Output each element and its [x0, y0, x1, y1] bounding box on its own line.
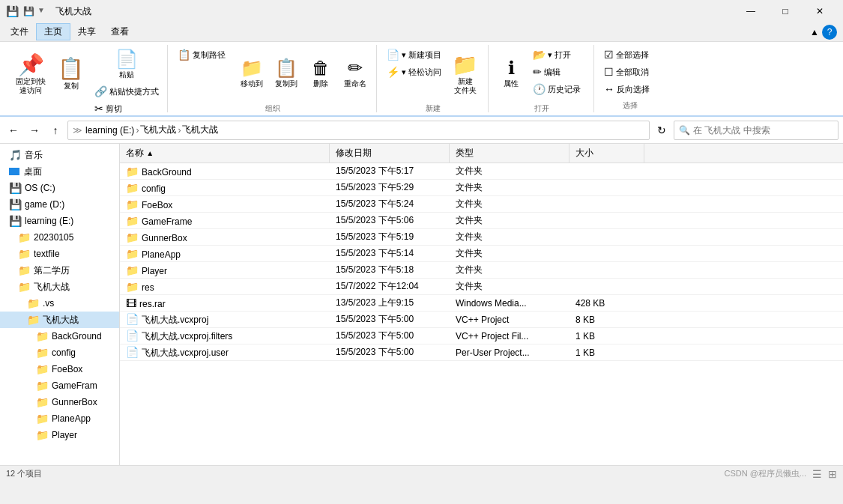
sidebar-item-second-exp[interactable]: 📁 第二学历	[0, 262, 119, 279]
paste-button[interactable]: 📄 粘贴	[91, 46, 163, 82]
column-date[interactable]: 修改日期	[330, 144, 450, 163]
help-button[interactable]: ?	[822, 25, 837, 40]
table-row[interactable]: 📁GameFrame 15/5/2023 下午5:06 文件夹	[120, 213, 843, 229]
table-row[interactable]: 🎞res.rar 13/5/2023 上午9:15 Windows Media.…	[120, 295, 843, 312]
paste-shortcut-button[interactable]: 🔗 粘贴快捷方式	[91, 83, 163, 100]
open-icon: 📂	[533, 49, 546, 61]
copy-to-button[interactable]: 📋 复制到	[270, 46, 303, 100]
folder-plane-icon: 📁	[18, 281, 31, 293]
folder-second-icon: 📁	[18, 264, 31, 276]
sidebar-item-music[interactable]: 🎵 音乐	[0, 147, 119, 163]
paste-icon: 📄	[115, 49, 138, 70]
easy-access-button[interactable]: ⚡ ▾ 轻松访问	[383, 64, 445, 80]
edit-button[interactable]: ✏ 编辑	[529, 64, 589, 80]
column-name[interactable]: 名称 ▲	[120, 144, 330, 163]
table-row[interactable]: 📁GunnerBox 15/5/2023 下午5:19 文件夹	[120, 229, 843, 246]
menu-home[interactable]: 主页	[36, 23, 70, 40]
ribbon-collapse-icon[interactable]: ▲	[810, 27, 819, 37]
menu-view[interactable]: 查看	[103, 24, 136, 40]
open-button[interactable]: 📂 ▾ 打开	[529, 46, 589, 63]
path-part-2[interactable]: 飞机大战	[182, 124, 218, 136]
table-row[interactable]: 📄飞机大战.vcxproj.user 15/5/2023 下午5:00 Per-…	[120, 344, 843, 361]
copy-button[interactable]: 📋 复制	[52, 46, 89, 100]
folder-icon: 📁	[126, 281, 139, 293]
forward-button[interactable]: →	[25, 121, 43, 139]
up-button[interactable]: ↑	[46, 121, 64, 139]
pin-button[interactable]: 📌 固定到快速访问	[10, 46, 51, 100]
sidebar-item-desktop[interactable]: 桌面	[0, 163, 119, 180]
table-row[interactable]: 📁config 15/5/2023 下午5:29 文件夹	[120, 180, 843, 196]
properties-button[interactable]: ℹ 属性	[495, 46, 528, 100]
sidebar-item-config[interactable]: 📁 config	[0, 344, 119, 361]
refresh-button[interactable]: ↻	[653, 121, 671, 139]
folder-plane2-icon: 📁	[27, 314, 40, 326]
table-row[interactable]: 📁PlaneApp 15/5/2023 下午5:14 文件夹	[120, 246, 843, 262]
search-input[interactable]	[693, 125, 833, 136]
drive-d-icon: 💾	[9, 198, 22, 210]
table-row[interactable]: 📁FoeBox 15/5/2023 下午5:24 文件夹	[120, 196, 843, 213]
table-row[interactable]: 📁Player 15/5/2023 下午5:18 文件夹	[120, 262, 843, 279]
sidebar-item-textfile[interactable]: 📁 textfile	[0, 246, 119, 262]
folder-icon: 📁	[126, 198, 139, 210]
table-row[interactable]: 📁BackGround 15/5/2023 下午5:17 文件夹	[120, 163, 843, 180]
status-right: CSDN @程序员懒虫... ☰ ⊞	[724, 468, 837, 480]
move-to-icon: 📁	[241, 58, 263, 79]
sidebar-item-os-c[interactable]: 💾 OS (C:)	[0, 180, 119, 196]
path-separator-0: ≫	[73, 125, 82, 136]
column-size[interactable]: 大小	[569, 144, 644, 163]
move-to-button[interactable]: 📁 移动到	[235, 46, 268, 100]
sidebar-item-learning-e[interactable]: 💾 learning (E:)	[0, 213, 119, 229]
close-button[interactable]: ✕	[803, 0, 837, 22]
sidebar-item-game-d[interactable]: 💾 game (D:)	[0, 196, 119, 213]
search-box: 🔍	[674, 121, 839, 140]
sidebar-item-background[interactable]: 📁 BackGround	[0, 328, 119, 344]
maximize-button[interactable]: □	[768, 0, 803, 22]
back-button[interactable]: ←	[4, 121, 22, 139]
rename-button[interactable]: ✏ 重命名	[339, 46, 372, 100]
table-row[interactable]: 📁res 15/7/2022 下午12:04 文件夹	[120, 279, 843, 295]
select-buttons: ☑ 全部选择 ☐ 全部取消 ↔ 反向选择	[600, 46, 660, 99]
clipboard-buttons: 📌 固定到快速访问 📋 复制 📄 粘贴 🔗 粘贴快捷方式 ✂ 剪切	[10, 46, 163, 118]
file-list-header: 名称 ▲ 修改日期 类型 大小	[120, 144, 843, 163]
folder-textfile-icon: 📁	[18, 248, 31, 260]
select-all-button[interactable]: ☑ 全部选择	[600, 46, 660, 63]
table-row[interactable]: 📄飞机大战.vcxproj.filters 15/5/2023 下午5:00 V…	[120, 328, 843, 344]
new-folder-button[interactable]: 📁 新建文件夹	[447, 46, 483, 100]
sidebar-item-20230105[interactable]: 📁 20230105	[0, 229, 119, 246]
cut-button[interactable]: ✂ 剪切	[91, 100, 163, 117]
sidebar-item-plane-war[interactable]: 📁 飞机大战	[0, 279, 119, 295]
organize-buttons: 📋 复制路径 📁 移动到 📋 复制到 🗑 删除 ✏	[174, 46, 372, 102]
table-row[interactable]: 📄飞机大战.vcxproj 15/5/2023 下午5:00 VC++ Proj…	[120, 312, 843, 328]
new-item-button[interactable]: 📄 ▾ 新建项目	[383, 46, 445, 63]
sidebar-item-planeapp[interactable]: 📁 PlaneApp	[0, 410, 119, 427]
menu-bar: 文件 主页 共享 查看 ▲ ?	[0, 22, 843, 42]
menu-file[interactable]: 文件	[3, 24, 36, 40]
sidebar-item-player[interactable]: 📁 Player	[0, 427, 119, 443]
invert-select-button[interactable]: ↔ 反向选择	[600, 81, 660, 97]
select-none-button[interactable]: ☐ 全部取消	[600, 64, 660, 80]
sidebar-item-vs[interactable]: 📁 .vs	[0, 295, 119, 312]
column-type[interactable]: 类型	[450, 144, 569, 163]
title-text: 飞机大战	[55, 5, 91, 18]
history-button[interactable]: 🕐 历史记录	[529, 81, 589, 97]
folder-icon: 📁	[126, 215, 139, 227]
title-bar-icon: 💾	[6, 5, 19, 17]
folder-icon: 📁	[126, 166, 139, 177]
delete-button[interactable]: 🗑 删除	[304, 46, 337, 100]
minimize-button[interactable]: —	[734, 0, 768, 22]
path-part-1[interactable]: 飞机大战	[140, 124, 176, 136]
sidebar-item-plane-war2[interactable]: 📁 飞机大战	[0, 312, 119, 328]
view-icon-details[interactable]: ⊞	[828, 468, 837, 480]
desktop-icon	[9, 168, 19, 175]
sidebar-item-foebox[interactable]: 📁 FoeBox	[0, 361, 119, 377]
sidebar-item-gunnerbox[interactable]: 📁 GunnerBox	[0, 394, 119, 410]
vcxproj-icon: 📄	[126, 313, 139, 325]
copy-path-button[interactable]: 📋 复制路径	[174, 46, 234, 63]
sidebar-item-gameframe[interactable]: 📁 GameFram	[0, 377, 119, 394]
path-part-0[interactable]: learning (E:)	[85, 125, 134, 136]
menu-share[interactable]: 共享	[70, 24, 103, 40]
history-icon: 🕐	[533, 83, 546, 95]
address-path[interactable]: ≫ learning (E:) › 飞机大战 › 飞机大战	[67, 121, 650, 140]
folder-player-icon: 📁	[36, 429, 49, 441]
view-icon-list[interactable]: ☰	[812, 468, 822, 480]
